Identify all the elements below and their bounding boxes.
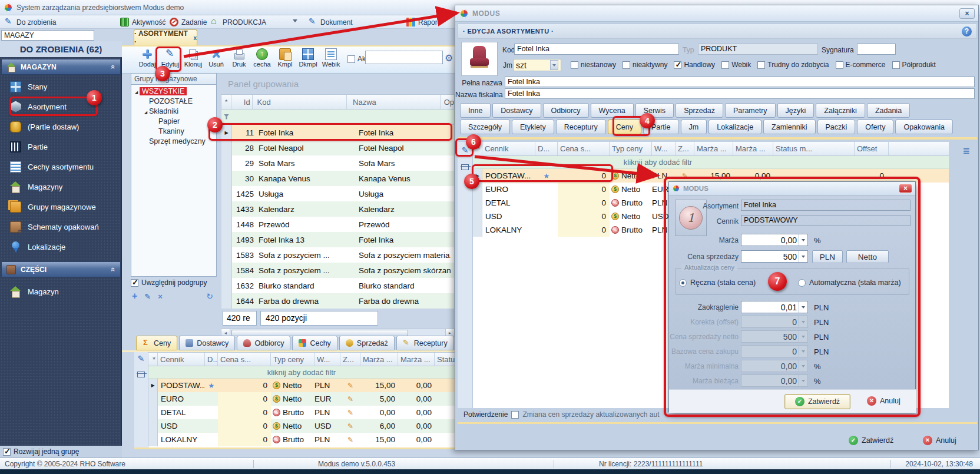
currency-button[interactable]: PLN [812, 250, 843, 263]
cancel-button[interactable]: Anuluj [923, 436, 956, 445]
edit-tab[interactable]: Szczegóły [460, 120, 510, 134]
toolbar-button[interactable]: Edytuj [159, 47, 181, 73]
bottom-tab[interactable]: Dostawcy [179, 336, 235, 350]
flag-checkbox[interactable] [674, 61, 681, 69]
edit-tab[interactable]: Inne [460, 103, 491, 118]
collapse-chevron-icon[interactable]: « [109, 65, 118, 69]
tree-item[interactable]: Składniki [131, 106, 216, 116]
flag-checkbox-row[interactable]: E-commerce [836, 61, 886, 69]
column-header-status[interactable]: Status m... [773, 142, 855, 155]
menu-item[interactable]: Dokument [309, 16, 353, 28]
toolbar-button[interactable]: Usuń [205, 47, 227, 73]
edit-tab[interactable]: Lokalizacje [708, 120, 762, 134]
table-row[interactable]: 28 Fotel Neapol Fotel Neapol [221, 140, 454, 155]
edit-tab[interactable]: Ceny [608, 120, 641, 134]
sidebar-item[interactable]: Grupy magazynowe [0, 197, 122, 217]
price-row[interactable]: PODSTAW... ★ 0 Netto PLN 15,00 0,00 [148, 379, 455, 392]
edit-tab[interactable]: Załączniki [816, 103, 865, 118]
modal-cancel-button[interactable]: Anuluj [867, 396, 900, 406]
dropdown-arrow-icon[interactable] [799, 360, 807, 372]
dropdown-arrow-icon[interactable] [799, 346, 807, 357]
nazwa-fiskalna-input[interactable]: Fotel Inka [505, 88, 975, 99]
table-row[interactable]: 29 Sofa Mars Sofa Mars [221, 155, 454, 171]
dropdown-arrow-icon[interactable] [550, 60, 558, 70]
price-row[interactable]: EURO 0 Netto EUR 5,00 0,00 [148, 392, 455, 406]
bottom-tab[interactable]: Cechy [292, 336, 337, 350]
confirm-button[interactable]: Zatwierdź [849, 436, 893, 445]
table-row[interactable]: 1493 Fotel Inka 13 Fotel Inka [221, 232, 454, 247]
sygnatura-input[interactable] [857, 44, 896, 55]
column-header-id[interactable]: Id [231, 95, 252, 109]
flag-checkbox-row[interactable]: Trudny do zdobycia [757, 61, 829, 69]
sidebar-item[interactable]: Stany [0, 77, 122, 97]
column-header-marza1[interactable]: Marża ... [360, 353, 398, 366]
field-input[interactable]: 0,00 [741, 374, 808, 387]
table-row[interactable]: 30 Kanapa Venus Kanapa Venus [221, 171, 454, 186]
radio-auto-row[interactable]: Automatyczna (stała marża) [798, 279, 901, 287]
flag-checkbox-row[interactable]: Handlowy [674, 61, 715, 69]
edit-tab[interactable]: Dostawcy [492, 103, 541, 118]
gear-icon[interactable]: ⚙ [445, 52, 453, 64]
edit-tab[interactable]: Serwis [635, 103, 674, 118]
dropdown-arrow-icon[interactable] [799, 234, 807, 246]
table-row[interactable]: 1448 Przewód Przewód [221, 217, 454, 232]
column-header-waluta[interactable]: W... [652, 142, 676, 155]
edit-tab[interactable]: Jm [681, 120, 707, 134]
toolbar-button[interactable]: Klonuj [182, 47, 204, 73]
edit-tab[interactable]: Etykiety [512, 120, 554, 134]
column-header-cena[interactable]: Cena s... [558, 142, 610, 155]
field-input[interactable]: 0,00 [741, 360, 808, 372]
menu-item[interactable]: Do zrobienia [5, 16, 56, 28]
dropdown-arrow-icon[interactable] [799, 301, 807, 313]
edit-tab[interactable]: Paczki [817, 120, 856, 134]
column-header-d[interactable]: D... [205, 353, 218, 366]
toolbar-button[interactable]: Kmpl [274, 47, 296, 73]
edit-group-icon[interactable]: ✎ [144, 292, 151, 301]
tree-item[interactable]: Sprzęt medyczny [131, 136, 216, 146]
radio-auto[interactable] [798, 279, 806, 287]
field-input[interactable]: 0 [741, 345, 808, 357]
table-row[interactable]: 1584 Sofa z poszyciem ... Sofa z poszyci… [221, 263, 454, 278]
group-panel[interactable]: Panel grupowania [221, 75, 455, 93]
column-header-nazwa[interactable]: Nazwa [347, 95, 441, 109]
edit-price-filter-row[interactable]: kliknij aby dodać filtr [473, 156, 949, 169]
column-header-marza1[interactable]: Marża ... [694, 142, 733, 155]
menu-item[interactable]: PRODUKCJA [211, 16, 266, 28]
column-header-z[interactable]: Z... [676, 142, 694, 155]
column-header-z[interactable]: Z... [340, 353, 360, 366]
column-header-typ[interactable]: Typ ceny [271, 353, 314, 366]
column-header-typ[interactable]: Typ ceny [610, 142, 652, 155]
edit-tab[interactable]: Wycena [591, 103, 634, 118]
modal-close-icon[interactable]: × [899, 184, 912, 193]
field-input[interactable]: 0 [741, 316, 808, 328]
tree-expander-icon[interactable] [133, 87, 140, 95]
toolbar-button[interactable]: cecha [251, 47, 273, 73]
add-group-icon[interactable]: + [132, 291, 137, 301]
toolbar-button[interactable]: Webik [320, 47, 342, 73]
flag-checkbox[interactable] [892, 61, 900, 69]
dropdown-arrow-icon[interactable] [799, 331, 807, 342]
netto-button[interactable]: Netto [846, 250, 889, 263]
price-row[interactable]: LOKALNY 0 Brutto PLN 15,00 0,00 [148, 433, 455, 446]
sidebar-search-input[interactable]: MAGAZY [1, 30, 94, 41]
help-icon[interactable]: ? [962, 26, 972, 37]
produkcja-dropdown-arrow-icon[interactable] [293, 19, 297, 22]
column-header-status[interactable]: Status m [435, 353, 455, 366]
price-row[interactable]: DETAL 0 Brutto PLN 0,00 0,00 [148, 406, 455, 419]
column-header-cennik[interactable]: Cennik [158, 353, 205, 366]
cena-sprzedazy-input[interactable]: 500 [741, 250, 808, 263]
field-input[interactable]: 0,01 [741, 301, 808, 313]
toolbar-button[interactable]: Dodaj [136, 47, 158, 73]
menu-item[interactable]: Raport [406, 16, 439, 28]
menu-item[interactable]: Aktywność [120, 16, 165, 28]
column-header-marza2[interactable]: Marża ... [733, 142, 773, 155]
tree-item[interactable]: Papier [131, 116, 216, 126]
menu-item[interactable]: Zadanie [170, 16, 207, 28]
modal-confirm-button[interactable]: Zatwierdź [784, 394, 850, 409]
uwzglednij-checkbox[interactable] [131, 279, 138, 287]
table-row[interactable]: 1425 Usługa Usługa [221, 186, 454, 201]
tree-item[interactable]: WSZYSTKIE [131, 86, 216, 96]
edit-tab[interactable]: Parametry [725, 103, 776, 118]
sidebar-item[interactable]: Partie [0, 137, 122, 157]
toolbar-button[interactable]: Dkmpl [297, 47, 319, 73]
